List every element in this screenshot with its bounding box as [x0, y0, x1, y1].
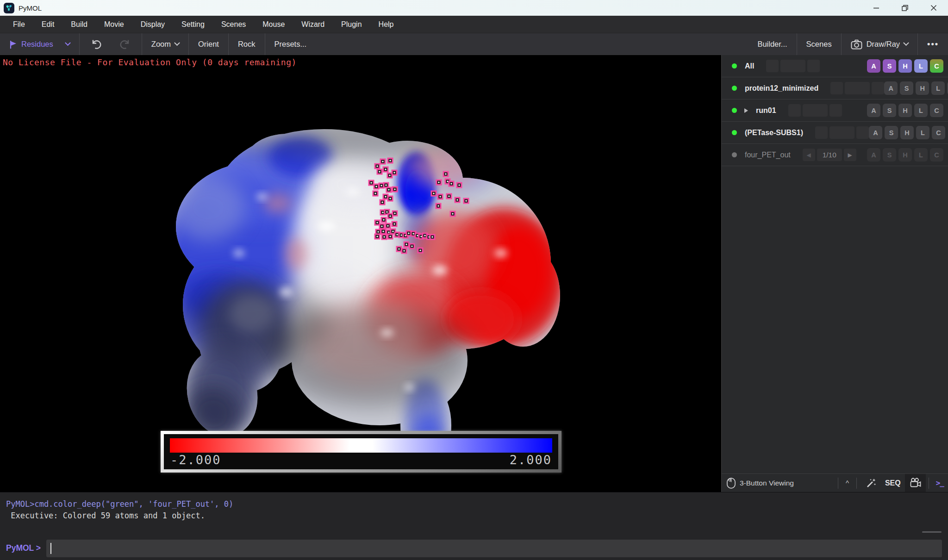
mouse-mode-cycle-button[interactable]: ^ — [843, 479, 852, 487]
zoom-label: Zoom — [151, 40, 171, 49]
terminal-toggle-button[interactable]: >_ — [932, 474, 948, 492]
next-state-button[interactable] — [830, 104, 842, 117]
menu-item[interactable]: Help — [379, 20, 394, 29]
enabled-dot-icon[interactable] — [732, 86, 737, 91]
orient-button[interactable]: Orient — [189, 33, 228, 55]
presets-button[interactable]: Presets... — [265, 33, 316, 55]
enabled-dot-icon[interactable] — [732, 63, 737, 68]
menu-item[interactable]: Build — [71, 20, 87, 29]
selection-mode-button[interactable]: Residues — [0, 33, 79, 55]
action-button[interactable]: L — [914, 148, 928, 162]
command-console: PyMOL>cmd.color_deep("green", 'four_PET_… — [0, 492, 948, 560]
rock-button[interactable]: Rock — [229, 33, 265, 55]
state-indicator — [845, 82, 870, 94]
enabled-dot-icon[interactable] — [732, 108, 737, 113]
prev-state-button[interactable] — [830, 82, 843, 94]
action-button[interactable]: C — [930, 104, 943, 117]
action-button[interactable]: A — [867, 104, 880, 117]
next-state-button[interactable] — [856, 126, 869, 139]
menu-item[interactable]: Mouse — [262, 20, 285, 29]
action-button-group: ASHLC — [867, 104, 943, 117]
state-pager — [766, 60, 820, 72]
minimize-button[interactable] — [862, 0, 891, 16]
menu-item[interactable]: File — [13, 20, 25, 29]
action-button[interactable]: L — [914, 104, 928, 117]
menu-item[interactable]: Edit — [42, 20, 55, 29]
scenes-button[interactable]: Scenes — [797, 33, 841, 55]
action-button[interactable]: H — [898, 104, 912, 117]
object-row[interactable]: protein12_minimized ASHLC — [722, 77, 948, 100]
chevron-down-icon — [65, 40, 71, 46]
3d-viewport[interactable]: No License File - For Evaluation Only (0… — [0, 55, 721, 492]
expander-icon[interactable] — [744, 108, 748, 113]
action-button[interactable]: L — [931, 81, 945, 95]
action-button[interactable]: H — [916, 81, 929, 95]
undo-button[interactable] — [80, 33, 111, 55]
prev-state-button[interactable] — [788, 104, 801, 117]
more-options-button[interactable]: ••• — [918, 33, 948, 55]
action-button[interactable]: S — [883, 104, 896, 117]
menu-item[interactable]: Setting — [181, 20, 205, 29]
action-button[interactable]: A — [867, 59, 880, 73]
mouse-mode-label[interactable]: 3-Button Viewing — [740, 479, 794, 487]
enabled-dot-icon[interactable] — [732, 152, 737, 157]
action-button[interactable]: C — [930, 148, 943, 162]
object-row[interactable]: run01 ASHLC — [722, 100, 948, 122]
close-button[interactable] — [919, 0, 948, 16]
menu-item[interactable]: Movie — [104, 20, 124, 29]
redo-button[interactable] — [111, 33, 142, 55]
atom-marker — [380, 159, 386, 165]
draw-ray-label: Draw/Ray — [867, 40, 900, 49]
next-state-button[interactable]: ▶ — [844, 149, 856, 161]
mousebar-separator — [929, 478, 929, 489]
pymol-logo-icon — [4, 3, 14, 13]
zoom-button[interactable]: Zoom — [142, 33, 188, 55]
seq-toggle-button[interactable]: SEQ — [881, 474, 905, 492]
object-name: (PETase-SUBS1) — [745, 129, 803, 137]
state-indicator: 1/10 — [817, 149, 842, 161]
action-button[interactable]: S — [885, 126, 898, 139]
prev-state-button[interactable] — [766, 60, 779, 72]
action-button[interactable]: H — [898, 148, 912, 162]
enabled-dot-icon[interactable] — [732, 130, 737, 135]
menu-item[interactable]: Wizard — [301, 20, 324, 29]
draw-ray-button[interactable]: Draw/Ray — [842, 33, 917, 55]
command-input[interactable] — [46, 540, 942, 557]
atom-marker — [443, 171, 449, 177]
atom-marker — [380, 199, 386, 205]
prompt-label: PyMOL > — [6, 543, 41, 553]
next-state-button[interactable] — [872, 82, 884, 94]
action-button[interactable]: S — [883, 148, 896, 162]
prompt-row: PyMOL > — [0, 539, 948, 558]
action-button[interactable]: C — [932, 126, 945, 139]
menu-item[interactable]: Display — [141, 20, 165, 29]
object-row[interactable]: four_PET_out ◀ 1/10 ▶ ASHLC — [722, 144, 948, 166]
action-button[interactable]: H — [900, 126, 914, 139]
atom-marker — [449, 181, 455, 187]
action-button[interactable]: A — [867, 148, 880, 162]
chevron-down-icon — [174, 40, 180, 46]
console-log-line: PyMOL>cmd.color_deep("green", 'four_PET_… — [6, 498, 948, 510]
menu-item[interactable]: Plugin — [341, 20, 362, 29]
action-button[interactable]: L — [914, 59, 928, 73]
prev-state-button[interactable]: ◀ — [803, 149, 815, 161]
action-button[interactable]: S — [883, 59, 896, 73]
console-resize-handle[interactable] — [922, 531, 942, 533]
object-row[interactable]: (PETase-SUBS1) ASHLC — [722, 122, 948, 144]
action-button[interactable]: L — [916, 126, 929, 139]
prev-state-button[interactable] — [815, 126, 828, 139]
next-state-button[interactable] — [807, 60, 820, 72]
action-button[interactable]: A — [884, 81, 898, 95]
wizard-wand-button[interactable] — [861, 474, 881, 492]
builder-button[interactable]: Builder... — [748, 33, 796, 55]
atom-marker — [387, 234, 393, 240]
action-button[interactable]: S — [900, 81, 913, 95]
object-row[interactable]: All ASHLC — [722, 55, 948, 77]
state-pager — [830, 82, 884, 94]
restore-button[interactable] — [891, 0, 919, 16]
menu-item[interactable]: Scenes — [221, 20, 246, 29]
action-button[interactable]: A — [869, 126, 882, 139]
movie-controls-button[interactable] — [905, 474, 926, 492]
action-button[interactable]: H — [898, 59, 912, 73]
action-button[interactable]: C — [930, 59, 943, 73]
